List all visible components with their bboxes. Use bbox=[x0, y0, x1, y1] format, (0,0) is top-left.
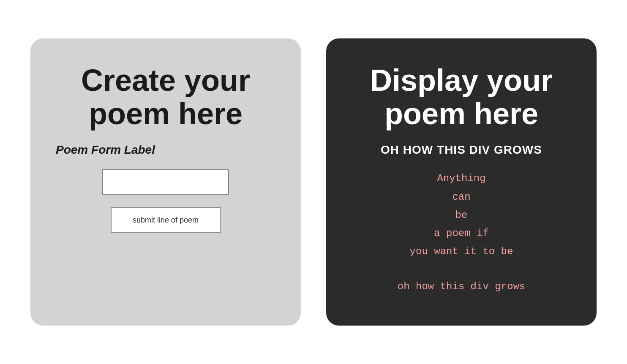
poem-line-4: a poem if bbox=[410, 224, 513, 242]
main-container: Create your poem here Poem Form Label su… bbox=[14, 22, 613, 342]
poem-line-2: can bbox=[410, 188, 513, 206]
poem-input[interactable] bbox=[102, 169, 229, 195]
display-poem-title: Display your poem here bbox=[347, 64, 575, 130]
poem-subtitle: OH HOW THIS DIV GROWS bbox=[381, 143, 542, 157]
poem-line-5: you want it to be bbox=[410, 242, 513, 261]
poem-form-label: Poem Form Label bbox=[56, 143, 155, 157]
submit-poem-button[interactable]: submit line of poem bbox=[111, 207, 221, 233]
poem-line-1: Anything bbox=[410, 169, 513, 187]
create-poem-title: Create your poem here bbox=[52, 64, 280, 130]
left-panel: Create your poem here Poem Form Label su… bbox=[30, 38, 301, 326]
poem-line-3: be bbox=[410, 206, 513, 224]
poem-body: Anything can be a poem if you want it to… bbox=[410, 169, 513, 261]
poem-footer: oh how this div grows bbox=[398, 277, 525, 296]
right-panel: Display your poem here OH HOW THIS DIV G… bbox=[326, 38, 597, 326]
